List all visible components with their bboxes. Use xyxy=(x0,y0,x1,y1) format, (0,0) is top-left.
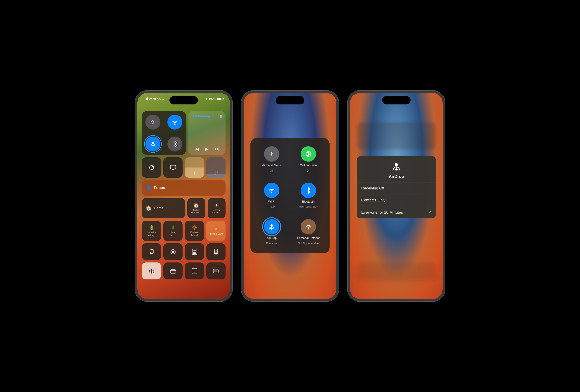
living-label: Living Christ... xyxy=(165,231,181,236)
dynamic-island-3 xyxy=(382,96,411,104)
kitchen-cans-label: Kitchen Cans xyxy=(209,232,223,235)
svg-point-13 xyxy=(195,253,196,254)
bluetooth-icon[interactable] xyxy=(167,137,182,151)
wallet-tile[interactable] xyxy=(163,263,182,280)
connectivity-tile[interactable]: ✈ xyxy=(142,111,186,155)
hearing-tile[interactable] xyxy=(142,243,161,260)
cc2-airplane-icon: ✈ xyxy=(264,146,279,162)
kitchen-cans-tile[interactable]: ☀ Kitchen Cans xyxy=(206,221,226,241)
signal-bar-4 xyxy=(147,98,148,100)
cc2-airdrop-tile[interactable]: AirDrop Everyone xyxy=(255,215,289,249)
svg-rect-17 xyxy=(215,253,217,253)
everyone-10min-option[interactable]: Everyone for 10 Minutes ✓ xyxy=(357,206,436,218)
calculator-tile[interactable] xyxy=(185,243,204,260)
cc2-grid: ✈ Airplane Mode Off Cellular Data On xyxy=(255,143,325,249)
screen-mirror-tile[interactable] xyxy=(163,157,182,178)
media-controls: ⏮ ▶ ⏭ xyxy=(191,146,222,152)
phone-3: AirDrop Receiving Off Contacts Only Ever… xyxy=(348,91,445,301)
rotation-lock-tile[interactable] xyxy=(142,157,161,178)
row-quick-controls: ☀ 🔊 xyxy=(142,157,226,178)
kitchen-island-icon: 🔆 xyxy=(192,225,197,230)
volume-tile[interactable]: 🔊 xyxy=(206,157,226,178)
play-button[interactable]: ▶ xyxy=(205,146,209,152)
battery-widget-tile[interactable] xyxy=(206,263,226,280)
carrier-label: Verizon xyxy=(149,97,161,101)
checkmark-icon: ✓ xyxy=(428,210,431,215)
svg-point-15 xyxy=(216,250,216,251)
row-focus: 👤 Focus xyxy=(142,180,226,196)
phone-1: Verizon ▲ ▲ 85% ✈ xyxy=(135,91,232,301)
svg-point-10 xyxy=(195,252,196,253)
cc2-wifi-sublabel: Tucks xyxy=(268,205,275,209)
svg-rect-7 xyxy=(193,250,196,251)
cc2-panel: ✈ Airplane Mode Off Cellular Data On xyxy=(250,138,330,253)
cc2-cellular-tile[interactable]: Cellular Data On xyxy=(291,143,325,176)
contacts-only-label: Contacts Only xyxy=(361,198,385,202)
airdrop-icon[interactable] xyxy=(145,137,160,151)
control-center-2: ✈ Airplane Mode Off Cellular Data On xyxy=(250,138,330,253)
media-header: Not Playing ⊕ xyxy=(191,114,222,118)
contacts-only-option[interactable]: Contacts Only xyxy=(357,195,436,206)
cc2-hotspot-sublabel: Not Discoverable xyxy=(298,242,318,245)
svg-point-12 xyxy=(194,253,195,254)
cc2-wifi-label: Wi-Fi xyxy=(268,200,275,204)
cc2-airdrop-sublabel: Everyone xyxy=(266,242,278,245)
bedroom-ceiling-tile[interactable]: ✦ Bedroom Ceiling... xyxy=(208,198,226,218)
media-title: Not Playing xyxy=(191,114,210,118)
svg-point-31 xyxy=(271,224,273,226)
kitchen-home-tile[interactable]: 🏠 Kitchen HomePr... xyxy=(187,198,205,218)
status-right: ▲ 85% xyxy=(205,97,224,101)
next-button[interactable]: ⏭ xyxy=(214,146,219,152)
row-scenes: 🔋 Laundry Battery... 🎄 Living Christ... … xyxy=(142,221,226,241)
cc2-hotspot-tile[interactable]: Personal Hotspot Not Discoverable xyxy=(291,215,325,249)
airplay-icon[interactable]: ⊕ xyxy=(219,114,222,118)
prev-button[interactable]: ⏮ xyxy=(194,146,199,152)
bedroom-icon: ✦ xyxy=(215,202,219,208)
row-home: 🏠 Home 🏠 Kitchen HomePr... ✦ Bedroom Cei… xyxy=(142,198,226,218)
notes-tile[interactable] xyxy=(185,263,204,280)
svg-point-3 xyxy=(150,253,151,254)
cc2-cellular-icon xyxy=(301,146,316,162)
airdrop-header-icon xyxy=(390,161,402,173)
home-label: Home xyxy=(154,206,163,210)
cc2-bluetooth-tile[interactable]: Bluetooth MichPods Pro 2 xyxy=(291,179,325,212)
living-christ-tile[interactable]: 🎄 Living Christ... xyxy=(163,221,182,241)
blurred-bg-top xyxy=(357,122,436,149)
remote-tile[interactable] xyxy=(206,243,226,260)
everyone-10min-label: Everyone for 10 Minutes xyxy=(361,210,403,215)
laundry-battery-tile[interactable]: 🔋 Laundry Battery... xyxy=(142,221,161,241)
signal-bar-3 xyxy=(146,98,146,100)
wifi-icon[interactable] xyxy=(167,115,182,129)
home-tile[interactable]: 🏠 Home xyxy=(142,198,185,218)
cc2-airdrop-icon xyxy=(264,219,279,234)
location-icon: ▲ xyxy=(205,97,208,100)
row-utilities xyxy=(142,243,226,260)
dark-mode-tile[interactable] xyxy=(142,263,161,280)
phone-2: ✈ Airplane Mode Off Cellular Data On xyxy=(241,91,339,301)
status-left: Verizon ▲ xyxy=(144,97,165,101)
battery-fill xyxy=(218,98,221,100)
svg-rect-16 xyxy=(215,252,217,252)
cc2-hotspot-icon xyxy=(301,219,316,234)
cc2-bluetooth-icon xyxy=(301,183,316,198)
screen-record-tile[interactable] xyxy=(163,243,182,260)
kitchen-island-label: Kitchen Island xyxy=(187,231,202,236)
media-tile[interactable]: Not Playing ⊕ ⏮ ▶ ⏭ xyxy=(188,111,226,155)
kitchen-home-label: Kitchen HomePr... xyxy=(187,209,205,214)
kitchen-island-tile[interactable]: 🔆 Kitchen Island xyxy=(185,221,204,241)
cc2-airplane-tile[interactable]: ✈ Airplane Mode Off xyxy=(255,143,289,176)
focus-tile[interactable]: 👤 Focus xyxy=(142,180,226,196)
dynamic-island-2 xyxy=(276,96,304,104)
brightness-icon: ☀ xyxy=(192,171,197,176)
receiving-off-option[interactable]: Receiving Off xyxy=(357,183,436,195)
svg-point-32 xyxy=(308,227,309,229)
brightness-tile[interactable]: ☀ xyxy=(185,157,204,178)
volume-icon: 🔊 xyxy=(214,171,219,176)
airdrop-header: AirDrop xyxy=(357,156,436,183)
cc2-airplane-sublabel: Off xyxy=(270,169,274,172)
svg-rect-20 xyxy=(170,270,176,273)
cc2-wifi-tile[interactable]: Wi-Fi Tucks xyxy=(255,179,289,212)
airdrop-menu: AirDrop Receiving Off Contacts Only Ever… xyxy=(357,156,436,218)
airplane-mode-icon[interactable]: ✈ xyxy=(145,115,160,129)
focus-label: Focus xyxy=(154,186,165,190)
